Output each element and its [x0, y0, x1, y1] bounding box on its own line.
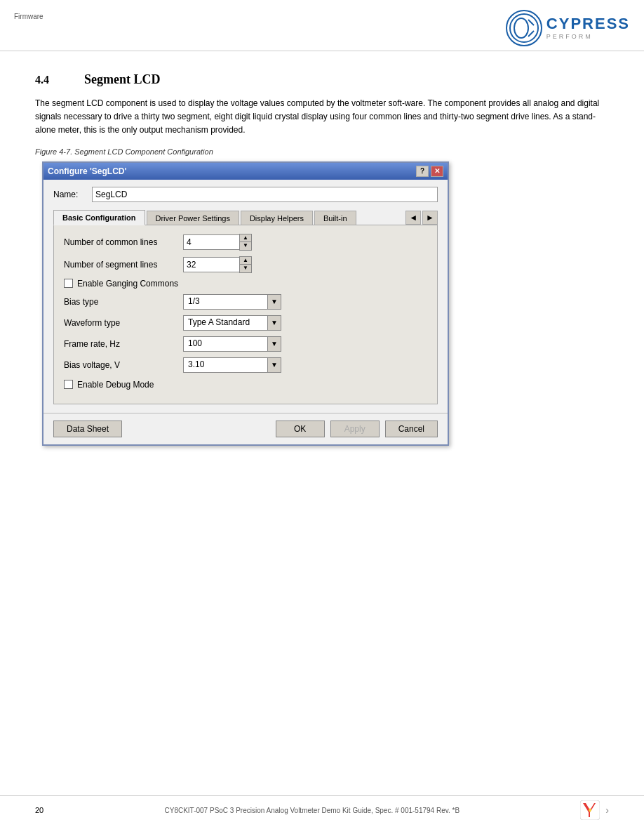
bias-voltage-row: Bias voltage, V 3.10 ▼: [64, 357, 427, 373]
body-text: The segment LCD component is used to dis…: [35, 97, 609, 138]
common-lines-label: Number of common lines: [64, 237, 176, 247]
dialog-title: Configure 'SegLCD': [48, 166, 126, 176]
segment-lines-input[interactable]: [183, 257, 239, 272]
enable-debug-row: Enable Debug Mode: [64, 380, 427, 390]
logo-area: CYPRESS PERFORM: [506, 10, 630, 46]
tab-basic-configuration[interactable]: Basic Configuration: [53, 210, 145, 225]
segment-lines-up[interactable]: ▲: [240, 257, 251, 265]
section-title: Segment LCD: [84, 72, 161, 87]
section-heading: 4.4 Segment LCD: [35, 72, 609, 87]
tabs-row: Basic Configuration Driver Power Setting…: [53, 209, 438, 225]
enable-ganging-checkbox[interactable]: [64, 279, 73, 288]
enable-ganging-label: Enable Ganging Commons: [77, 279, 178, 289]
frame-rate-label: Frame rate, Hz: [64, 339, 176, 349]
dialog-titlebar: Configure 'SegLCD' ? ✕: [43, 163, 448, 180]
common-lines-down[interactable]: ▼: [240, 242, 251, 250]
enable-debug-label: Enable Debug Mode: [77, 380, 154, 390]
frame-rate-dropdown: 100 ▼: [183, 336, 281, 352]
brand-sub: PERFORM: [546, 33, 630, 40]
footer-logo-svg: [580, 800, 600, 820]
segment-lines-spinbtns: ▲ ▼: [239, 256, 252, 273]
dialog-controls: ? ✕: [416, 166, 443, 177]
logo-circle: [506, 10, 542, 46]
common-lines-input[interactable]: [183, 234, 239, 250]
page-number: 20: [35, 806, 43, 814]
frame-rate-value: 100: [183, 336, 267, 352]
frame-rate-row: Frame rate, Hz 100 ▼: [64, 336, 427, 352]
firmware-label: Firmware: [14, 13, 43, 20]
common-lines-up[interactable]: ▲: [240, 234, 251, 242]
bias-type-arrow[interactable]: ▼: [267, 294, 281, 310]
section-number: 4.4: [35, 74, 63, 86]
brand-name: CYPRESS: [546, 16, 630, 32]
footer-doc-info: CY8CKIT-007 PSoC 3 Precision Analog Volt…: [43, 807, 580, 814]
dialog-close-button[interactable]: ✕: [431, 166, 443, 177]
bias-type-dropdown: 1/3 ▼: [183, 294, 281, 310]
common-lines-spinbtns: ▲ ▼: [239, 234, 252, 251]
name-input[interactable]: [92, 187, 438, 202]
page-header: Firmware CYPRESS PERFORM: [0, 0, 644, 51]
svg-line-2: [528, 20, 534, 25]
tab-nav-arrows: ◄ ►: [405, 211, 438, 225]
segment-lines-row: Number of segment lines ▲ ▼: [64, 256, 427, 273]
apply-button[interactable]: Apply: [330, 421, 380, 437]
bias-voltage-dropdown: 3.10 ▼: [183, 357, 281, 373]
segment-lines-label: Number of segment lines: [64, 260, 176, 270]
enable-ganging-row: Enable Ganging Commons: [64, 279, 427, 289]
waveform-type-label: Waveform type: [64, 318, 176, 328]
bias-voltage-value: 3.10: [183, 357, 267, 373]
footer-nav-arrow[interactable]: ›: [605, 805, 609, 816]
segment-lines-down[interactable]: ▼: [240, 265, 251, 272]
segment-lines-spinner: ▲ ▼: [183, 256, 252, 273]
dialog-footer: Data Sheet OK Apply Cancel: [43, 413, 448, 444]
bias-voltage-label: Bias voltage, V: [64, 360, 176, 370]
waveform-type-row: Waveform type Type A Standard ▼: [64, 315, 427, 331]
tab-display-helpers[interactable]: Display Helpers: [241, 211, 313, 225]
bias-type-value: 1/3: [183, 294, 267, 310]
dialog-window: Configure 'SegLCD' ? ✕ Name: Basic Confi…: [42, 161, 449, 446]
svg-point-1: [514, 18, 528, 38]
tab-panel-basic: Number of common lines ▲ ▼ Number of seg…: [53, 225, 438, 404]
common-lines-spinner: ▲ ▼: [183, 234, 252, 251]
tab-nav-left[interactable]: ◄: [405, 211, 421, 225]
dialog-help-button[interactable]: ?: [416, 166, 429, 177]
page-content: 4.4 Segment LCD The segment LCD componen…: [0, 51, 644, 467]
footer-logo: ›: [580, 800, 609, 820]
figure-caption: Figure 4-7. Segment LCD Component Config…: [35, 147, 609, 156]
dialog-body: Name: Basic Configuration Driver Power S…: [43, 180, 448, 413]
enable-debug-checkbox[interactable]: [64, 380, 73, 389]
common-lines-row: Number of common lines ▲ ▼: [64, 234, 427, 251]
waveform-type-dropdown: Type A Standard ▼: [183, 315, 281, 331]
name-row: Name:: [53, 187, 438, 202]
waveform-type-arrow[interactable]: ▼: [267, 315, 281, 331]
cancel-button[interactable]: Cancel: [385, 421, 438, 437]
ok-button[interactable]: OK: [276, 421, 325, 437]
tab-built-in[interactable]: Built-in: [314, 211, 356, 225]
name-label: Name:: [53, 190, 85, 199]
logo-text: CYPRESS PERFORM: [546, 16, 630, 40]
bias-voltage-arrow[interactable]: ▼: [267, 357, 281, 373]
tab-nav-right[interactable]: ►: [422, 211, 438, 225]
page-footer: 20 CY8CKIT-007 PSoC 3 Precision Analog V…: [0, 795, 644, 820]
tab-driver-power-settings[interactable]: Driver Power Settings: [147, 211, 239, 225]
bias-type-row: Bias type 1/3 ▼: [64, 294, 427, 310]
frame-rate-arrow[interactable]: ▼: [267, 336, 281, 352]
datasheet-button[interactable]: Data Sheet: [53, 421, 122, 437]
bias-type-label: Bias type: [64, 297, 176, 307]
waveform-type-value: Type A Standard: [183, 315, 267, 331]
svg-line-3: [528, 31, 534, 37]
